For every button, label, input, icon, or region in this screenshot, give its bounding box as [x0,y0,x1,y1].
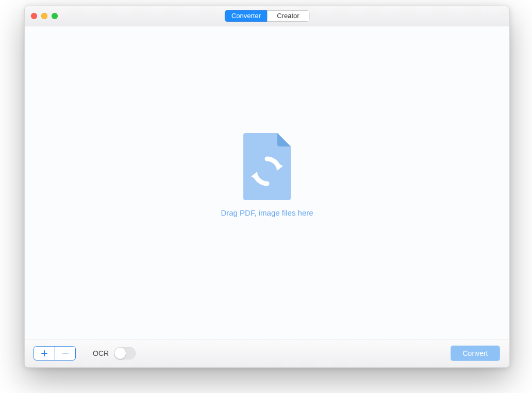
zoom-window-button[interactable] [52,13,58,19]
svg-rect-4 [62,353,69,354]
ocr-label: OCR [93,349,109,357]
svg-rect-3 [41,353,47,354]
toggle-knob [114,348,126,359]
window-controls [31,13,58,19]
bottom-toolbar: OCR Convert [25,339,509,367]
titlebar: Converter Creator [25,6,509,26]
drop-hint-text: Drag PDF, image files here [221,208,313,217]
drop-zone[interactable]: Drag PDF, image files here [221,133,313,217]
tab-converter[interactable]: Converter [225,10,267,22]
minus-icon [62,350,69,357]
remove-file-button [55,347,75,360]
app-window: Converter Creator Drag PDF, image files … [24,6,510,368]
convert-button[interactable]: Convert [451,346,500,361]
add-remove-segment [34,347,75,360]
file-convert-icon [241,133,293,200]
mode-tabs: Converter Creator [225,10,309,22]
close-window-button[interactable] [31,13,37,19]
minimize-window-button[interactable] [41,13,47,19]
tab-creator[interactable]: Creator [267,10,309,22]
content-area: Drag PDF, image files here [25,26,509,339]
ocr-toggle[interactable] [114,347,136,359]
ocr-control: OCR [93,347,136,359]
add-file-button[interactable] [34,347,55,360]
plus-icon [41,350,48,357]
